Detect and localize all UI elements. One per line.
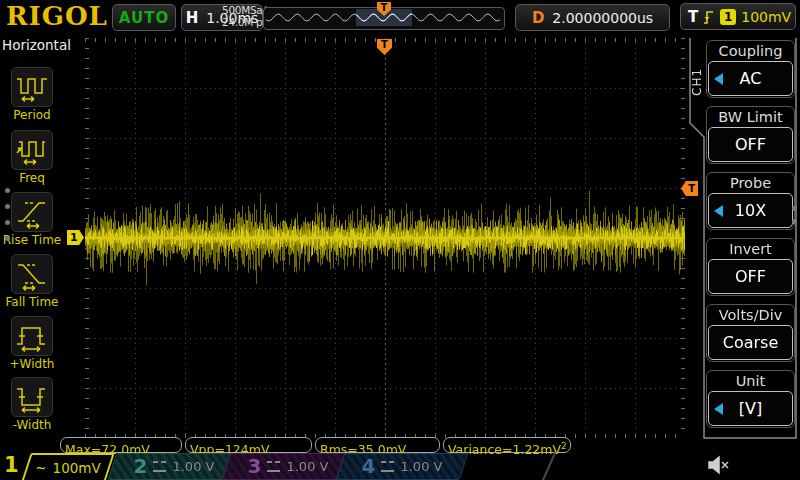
menu-item-coupling[interactable]: Coupling AC (706, 40, 795, 98)
acquisition-info: 500MSa/s 24.0M pts (222, 4, 266, 28)
minus-width-label: -Width (0, 419, 64, 432)
menu-item-invert[interactable]: Invert OFF (706, 238, 795, 296)
fall-time-icon (11, 254, 53, 294)
measurement-max: Max=72.0mV (60, 437, 182, 453)
horizontal-label: H (186, 9, 199, 27)
menu-page-dot (792, 219, 797, 224)
bw-limit-title: BW Limit (708, 108, 793, 127)
delay-value: 2.00000000us (552, 10, 653, 26)
menu-item-period[interactable]: Period (0, 67, 64, 122)
dc-coupling-icon (381, 461, 394, 472)
menu-item-fall-time[interactable]: Fall Time (0, 254, 64, 309)
menu-item-minus-width[interactable]: -Width (0, 377, 64, 432)
waveform-display-grid (85, 38, 685, 438)
option-arrow-icon (714, 205, 723, 217)
channel2-status[interactable]: 2 1.00 V (108, 453, 241, 480)
coupling-title: Coupling (708, 42, 793, 61)
trigger-position-topbar-label: T (381, 2, 388, 13)
menu-item-probe[interactable]: Probe 10X (706, 172, 795, 230)
rise-time-icon (11, 192, 53, 232)
channel1-status[interactable]: ~ 100mV (21, 453, 114, 480)
delay-button[interactable]: D 2.00000000us (515, 4, 670, 31)
speaker-muted-icon[interactable] (706, 453, 734, 477)
freq-label: Freq (0, 172, 64, 185)
plus-width-label: +Width (0, 358, 64, 371)
menu-item-plus-width[interactable]: +Width (0, 316, 64, 371)
menu-page-dot (5, 204, 10, 209)
channel4-status[interactable]: 4 1.00 V (336, 453, 469, 480)
channel1-coupling-symbol: ~ (35, 460, 46, 476)
channel3-status[interactable]: 3 1.00 V (222, 453, 355, 480)
minus-width-icon (11, 377, 53, 417)
rigol-logo: RIGOL (6, 1, 108, 31)
sample-rate: 500MSa/s (222, 4, 266, 16)
channel1-number[interactable]: 1 (4, 452, 19, 478)
period-icon (11, 67, 53, 107)
menu-item-unit[interactable]: Unit [V] (706, 370, 795, 428)
trigger-source-badge: 1 (720, 9, 736, 25)
channel2-number: 2 (134, 454, 148, 479)
menu-item-bw-limit[interactable]: BW Limit OFF (706, 106, 795, 164)
freq-icon (11, 130, 53, 170)
probe-title: Probe (708, 174, 793, 193)
period-label: Period (0, 109, 64, 122)
option-arrow-icon (714, 403, 723, 415)
right-menu-tab-ch1: CH1 (690, 56, 705, 108)
unit-value-box[interactable]: [V] (708, 391, 793, 426)
trigger-status-button[interactable]: T 1 100mV (680, 3, 796, 30)
delay-label: D (532, 9, 544, 27)
measurement-vpp: Vpp=124mV (185, 437, 312, 453)
option-arrow-icon (714, 73, 723, 85)
volts-div-value-box[interactable]: Coarse (708, 325, 793, 360)
measurement-variance: Variance=1.22mV2 (443, 437, 571, 453)
volts-div-title: Volts/Div (708, 306, 793, 325)
trigger-position-label: T (381, 39, 388, 50)
menu-page-dot (5, 236, 10, 241)
menu-item-freq[interactable]: Freq (0, 130, 64, 185)
invert-value-box[interactable]: OFF (708, 259, 793, 294)
coupling-value: AC (740, 69, 762, 88)
channel1-scale: 100mV (53, 460, 101, 476)
probe-value: 10X (735, 201, 766, 220)
menu-page-dot (792, 206, 797, 211)
trigger-level-value: 100mV (741, 9, 791, 25)
menu-page-dot (5, 220, 10, 225)
plus-width-icon (11, 316, 53, 356)
dc-coupling-icon (153, 461, 166, 472)
oscilloscope-screen: { "top_bar": { "brand": "RIGOL", "run_st… (0, 0, 800, 480)
trigger-label: T (688, 8, 698, 26)
channel1-level-marker[interactable]: 1 (67, 230, 84, 245)
channel4-scale: 1.00 V (400, 459, 442, 474)
unit-title: Unit (708, 372, 793, 391)
channel3-number: 3 (248, 454, 262, 479)
bw-limit-value: OFF (735, 135, 766, 154)
unit-value: [V] (739, 399, 762, 418)
coupling-value-box[interactable]: AC (708, 61, 793, 96)
menu-page-dot (5, 188, 10, 193)
measurement-rms: Rms=35.0mV (315, 437, 440, 453)
rise-time-label: Rise Time (0, 234, 64, 247)
fall-time-label: Fall Time (0, 296, 64, 309)
channel4-number: 4 (362, 454, 376, 479)
channel2-scale: 1.00 V (172, 459, 214, 474)
run-status-button[interactable]: AUTO (112, 4, 176, 31)
memory-depth: 24.0M pts (222, 16, 266, 28)
invert-title: Invert (708, 240, 793, 259)
rising-edge-icon (703, 8, 715, 25)
menu-item-volts-div[interactable]: Volts/Div Coarse (706, 304, 795, 362)
bw-limit-value-box[interactable]: OFF (708, 127, 793, 162)
channel1-marker-label: 1 (70, 231, 78, 244)
probe-value-box[interactable]: 10X (708, 193, 793, 228)
dc-coupling-icon (267, 461, 280, 472)
left-menu-title: Horizontal (2, 37, 71, 53)
invert-value: OFF (735, 267, 766, 286)
channel3-scale: 1.00 V (286, 459, 328, 474)
volts-div-value: Coarse (723, 333, 779, 352)
